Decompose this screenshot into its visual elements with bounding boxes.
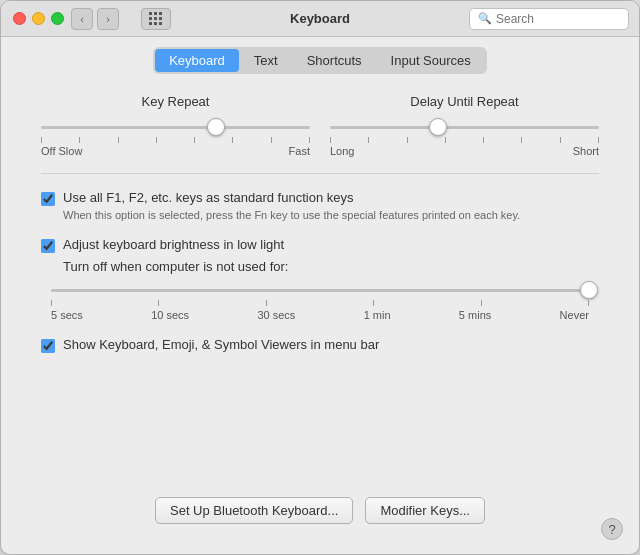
delay-repeat-label: Delay Until Repeat	[410, 94, 518, 109]
delay-repeat-thumb[interactable]	[429, 118, 447, 136]
menu-bar-viewers-row: Show Keyboard, Emoji, & Symbol Viewers i…	[41, 337, 599, 353]
key-repeat-group: Key Repeat	[41, 94, 310, 157]
key-repeat-left-label: Off Slow	[41, 145, 82, 157]
turnoff-endpoints: 5 secs 10 secs 30 secs 1 min 5 mins Neve…	[51, 309, 589, 321]
bluetooth-keyboard-button[interactable]: Set Up Bluetooth Keyboard...	[155, 497, 353, 524]
window-inner: Keyboard Text Shortcuts Input Sources Ke…	[1, 37, 639, 554]
delay-repeat-group: Delay Until Repeat	[330, 94, 599, 157]
tab-keyboard[interactable]: Keyboard	[155, 49, 239, 72]
brightness-checkbox[interactable]	[41, 239, 55, 253]
window-title: Keyboard	[290, 11, 350, 26]
delay-repeat-right-label: Short	[573, 145, 599, 157]
turnoff-label-1: 10 secs	[151, 309, 189, 321]
keyboard-window: ‹ › Keyboard 🔍 Keyboard Text Shortcuts I…	[0, 0, 640, 555]
close-button[interactable]	[13, 12, 26, 25]
back-button[interactable]: ‹	[71, 8, 93, 30]
tabs-bar: Keyboard Text Shortcuts Input Sources	[1, 37, 639, 74]
f1-keys-sublabel: When this option is selected, press the …	[63, 208, 599, 223]
content-area: Key Repeat	[1, 74, 639, 554]
delay-repeat-track	[330, 126, 599, 129]
tab-shortcuts[interactable]: Shortcuts	[293, 49, 376, 72]
divider-1	[41, 173, 599, 174]
tick	[560, 137, 561, 143]
delay-repeat-slider-container	[330, 117, 599, 137]
tick	[309, 137, 310, 143]
key-repeat-slider-container	[41, 117, 310, 137]
tick	[156, 137, 157, 143]
tick	[483, 137, 484, 143]
turnoff-label-5: Never	[560, 309, 589, 321]
brightness-label: Adjust keyboard brightness in low light	[63, 237, 284, 252]
brightness-option: Adjust keyboard brightness in low light …	[41, 237, 599, 321]
tick	[266, 300, 267, 306]
search-icon: 🔍	[478, 12, 492, 25]
tick	[330, 137, 331, 143]
tick	[271, 137, 272, 143]
delay-repeat-left-label: Long	[330, 145, 354, 157]
f1-keys-label: Use all F1, F2, etc. keys as standard fu…	[63, 190, 353, 205]
f1-keys-option: Use all F1, F2, etc. keys as standard fu…	[41, 190, 599, 223]
turnoff-thumb[interactable]	[580, 281, 598, 299]
tick	[598, 137, 599, 143]
key-repeat-ticks	[41, 137, 310, 143]
f1-keys-checkbox[interactable]	[41, 192, 55, 206]
traffic-lights	[13, 12, 64, 25]
tick	[194, 137, 195, 143]
tick	[368, 137, 369, 143]
delay-repeat-ticks	[330, 137, 599, 143]
turnoff-label-0: 5 secs	[51, 309, 83, 321]
menu-bar-viewers-checkbox[interactable]	[41, 339, 55, 353]
grid-button[interactable]	[141, 8, 171, 30]
key-repeat-thumb[interactable]	[207, 118, 225, 136]
tick	[232, 137, 233, 143]
tick	[41, 137, 42, 143]
turnoff-ticks	[51, 300, 589, 306]
turnoff-label-4: 5 mins	[459, 309, 491, 321]
buttons-row: Set Up Bluetooth Keyboard... Modifier Ke…	[41, 487, 599, 538]
tick	[481, 300, 482, 306]
nav-buttons: ‹ ›	[71, 8, 119, 30]
key-repeat-right-label: Fast	[289, 145, 310, 157]
menu-bar-viewers-label: Show Keyboard, Emoji, & Symbol Viewers i…	[63, 337, 379, 352]
turnoff-track	[51, 289, 589, 292]
turnoff-slider-group: 5 secs 10 secs 30 secs 1 min 5 mins Neve…	[41, 280, 599, 321]
tick	[521, 137, 522, 143]
key-repeat-endpoints: Off Slow Fast	[41, 145, 310, 157]
key-repeat-track	[41, 126, 310, 129]
turnoff-label: Turn off when computer is not used for:	[63, 259, 599, 274]
tab-text[interactable]: Text	[240, 49, 292, 72]
f1-keys-row: Use all F1, F2, etc. keys as standard fu…	[41, 190, 599, 206]
tick	[51, 300, 52, 306]
search-box[interactable]: 🔍	[469, 8, 629, 30]
minimize-button[interactable]	[32, 12, 45, 25]
tab-input-sources[interactable]: Input Sources	[377, 49, 485, 72]
help-button[interactable]: ?	[601, 518, 623, 540]
key-repeat-label: Key Repeat	[142, 94, 210, 109]
turnoff-label-3: 1 min	[364, 309, 391, 321]
modifier-keys-button[interactable]: Modifier Keys...	[365, 497, 485, 524]
sliders-row: Key Repeat	[41, 94, 599, 157]
brightness-row: Adjust keyboard brightness in low light	[41, 237, 599, 253]
tabs: Keyboard Text Shortcuts Input Sources	[153, 47, 487, 74]
turnoff-slider-container	[51, 280, 589, 300]
maximize-button[interactable]	[51, 12, 64, 25]
tick	[373, 300, 374, 306]
turnoff-label-2: 30 secs	[257, 309, 295, 321]
titlebar: ‹ › Keyboard 🔍	[1, 1, 639, 37]
tick	[158, 300, 159, 306]
forward-button[interactable]: ›	[97, 8, 119, 30]
tick	[407, 137, 408, 143]
tick	[79, 137, 80, 143]
tick	[445, 137, 446, 143]
tick	[118, 137, 119, 143]
delay-repeat-endpoints: Long Short	[330, 145, 599, 157]
search-input[interactable]	[496, 12, 620, 26]
tick	[588, 300, 589, 306]
apps-icon	[149, 12, 163, 26]
